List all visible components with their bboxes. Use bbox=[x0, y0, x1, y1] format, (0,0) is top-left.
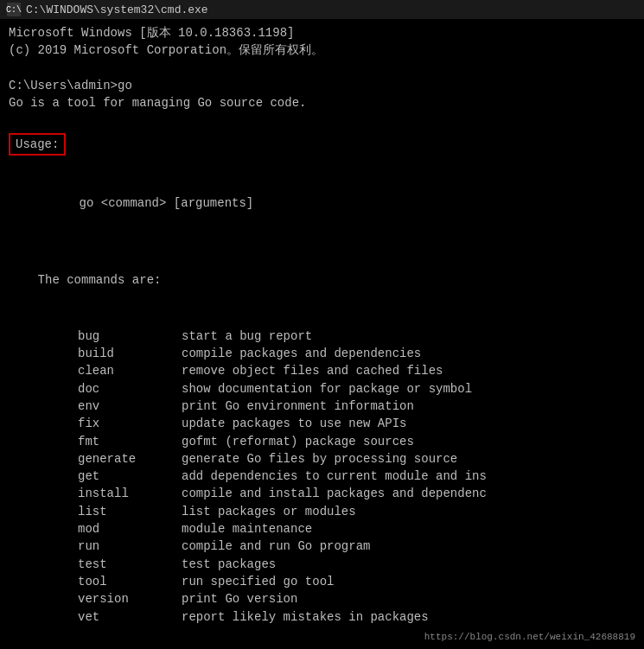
command-desc: list packages or modules bbox=[182, 503, 356, 520]
command-desc: print Go environment information bbox=[182, 398, 414, 415]
command-name: generate bbox=[78, 450, 182, 468]
command-desc: compile and install packages and depende… bbox=[182, 485, 487, 502]
command-name: env bbox=[78, 398, 182, 415]
blank-line-5 bbox=[9, 309, 635, 327]
command-name: list bbox=[78, 503, 182, 520]
command-row: testtest packages bbox=[9, 556, 635, 573]
command-name: build bbox=[78, 345, 182, 362]
title-bar-icon: C:\ bbox=[7, 3, 21, 16]
commands-list: bugstart a bug reportbuildcompile packag… bbox=[9, 328, 635, 626]
command-name: tool bbox=[78, 573, 182, 590]
command-row: envprint Go environment information bbox=[9, 398, 635, 415]
go-desc-line: Go is a tool for managing Go source code… bbox=[9, 94, 635, 111]
command-name: get bbox=[78, 468, 182, 485]
command-desc: compile and run Go program bbox=[182, 538, 370, 555]
title-bar: C:\ C:\WINDOWS\system32\cmd.exe bbox=[0, 0, 644, 19]
usage-syntax-line: go <command> [arguments] bbox=[9, 176, 635, 229]
command-name: test bbox=[78, 556, 182, 573]
command-desc: gofmt (reformat) package sources bbox=[182, 433, 414, 450]
usage-box: Usage: bbox=[9, 133, 66, 156]
command-row: docshow documentation for package or sym… bbox=[9, 380, 635, 398]
command-row: fixupdate packages to use new APIs bbox=[9, 415, 635, 432]
prompt-line: C:\Users\admin>go bbox=[9, 77, 635, 94]
usage-syntax: go <command> [arguments] bbox=[80, 196, 254, 210]
usage-label: Usage: bbox=[16, 137, 59, 151]
blank-line-2 bbox=[9, 111, 635, 129]
command-desc: remove object files and cached files bbox=[182, 362, 443, 379]
command-row: runcompile and run Go program bbox=[9, 538, 635, 555]
command-row: listlist packages or modules bbox=[9, 503, 635, 520]
command-desc: show documentation for package or symbol bbox=[182, 380, 472, 398]
command-desc: generate Go files by processing source bbox=[182, 450, 457, 468]
terminal: Microsoft Windows [版本 10.0.18363.1198] (… bbox=[0, 19, 644, 649]
command-row: fmtgofmt (reformat) package sources bbox=[9, 433, 635, 450]
command-desc: test packages bbox=[182, 556, 276, 573]
commands-header: The commands are: bbox=[38, 273, 162, 287]
title-bar-text: C:\WINDOWS\system32\cmd.exe bbox=[26, 3, 208, 16]
command-desc: module maintenance bbox=[182, 520, 312, 538]
command-name: fix bbox=[78, 415, 182, 432]
command-row: bugstart a bug report bbox=[9, 328, 635, 345]
command-desc: run specified go tool bbox=[182, 573, 334, 590]
command-name: clean bbox=[78, 362, 182, 379]
watermark: https://blog.csdn.net/weixin_42688819 bbox=[424, 632, 635, 642]
command-row: getadd dependencies to current module an… bbox=[9, 468, 635, 485]
command-desc: update packages to use new APIs bbox=[182, 415, 406, 432]
command-desc: compile packages and dependencies bbox=[182, 345, 421, 362]
command-row: toolrun specified go tool bbox=[9, 573, 635, 590]
command-row: versionprint Go version bbox=[9, 590, 635, 608]
command-name: doc bbox=[78, 380, 182, 398]
command-name: install bbox=[78, 485, 182, 502]
command-desc: add dependencies to current module and i… bbox=[182, 468, 487, 485]
command-desc: start a bug report bbox=[182, 328, 312, 345]
command-name: fmt bbox=[78, 433, 182, 450]
blank-line-1 bbox=[9, 60, 635, 77]
command-name: version bbox=[78, 590, 182, 608]
command-name: vet bbox=[78, 608, 182, 626]
command-row: vetreport likely mistakes in packages bbox=[9, 608, 635, 626]
command-row: modmodule maintenance bbox=[9, 520, 635, 538]
command-name: mod bbox=[78, 520, 182, 538]
win-copy-line: (c) 2019 Microsoft Corporation。保留所有权利。 bbox=[9, 41, 635, 59]
blank-line-4 bbox=[9, 229, 635, 246]
blank-line-3 bbox=[9, 159, 635, 176]
command-desc: report likely mistakes in packages bbox=[182, 608, 429, 626]
command-row: generategenerate Go files by processing … bbox=[9, 450, 635, 468]
commands-header-line: The commands are: bbox=[9, 254, 635, 307]
command-name: bug bbox=[78, 328, 182, 345]
command-row: buildcompile packages and dependencies bbox=[9, 345, 635, 362]
win-version-line: Microsoft Windows [版本 10.0.18363.1198] bbox=[9, 24, 635, 41]
command-row: installcompile and install packages and … bbox=[9, 485, 635, 502]
command-row: cleanremove object files and cached file… bbox=[9, 362, 635, 379]
command-desc: print Go version bbox=[182, 590, 297, 608]
command-name: run bbox=[78, 538, 182, 555]
